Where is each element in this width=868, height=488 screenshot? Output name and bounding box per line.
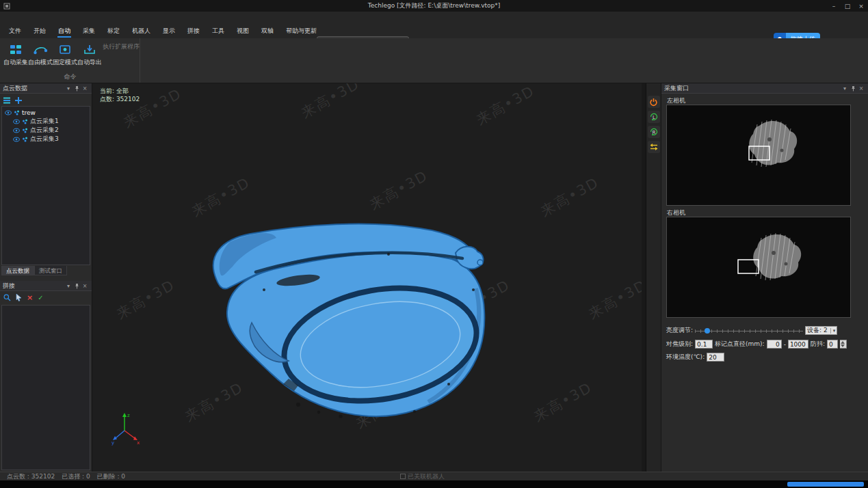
tab-tools[interactable]: 工具 [206,23,231,38]
tree-item-root[interactable]: trew [2,108,90,117]
svg-text:y: y [111,440,114,446]
antishake-input[interactable] [827,340,838,349]
swap-icon[interactable] [648,141,660,153]
tab-file[interactable]: 文件 [3,23,27,38]
tab-stitch[interactable]: 拼接 [181,23,206,38]
tab-test-window[interactable]: 测试窗口 [34,266,67,275]
progress-bar [787,482,864,487]
stitch-panel-header: 拼接 ▾ × [0,281,92,291]
status-points: 点云数 : 352102 [7,472,55,481]
marker-separator: - [784,341,786,348]
pointcloud-tree: trew 点云采集1 点云采集2 [1,106,90,265]
free-mode-button[interactable]: 自由模式 [29,42,52,67]
spinner-down-icon[interactable] [841,344,845,347]
pin-icon[interactable] [73,85,81,92]
spinner-up-icon[interactable] [841,341,845,344]
eye-icon[interactable] [5,110,12,116]
robot-checkbox[interactable] [400,474,406,479]
fixed-mode-button[interactable]: 固定模式 [53,42,77,67]
brightness-slider[interactable] [695,327,803,334]
viewport-3d[interactable]: 当前: 全部 点数: 352102 来高•3D 来高•3D 来高•3D 来高•3… [93,83,642,472]
tree-item-capture3[interactable]: 点云采集3 [2,135,90,144]
marker-min-input[interactable] [767,340,782,349]
tree-item-label: 点云采集3 [30,135,59,144]
pointcloud-icon [22,128,28,133]
antishake-stepper[interactable] [840,340,847,349]
auto-export-button[interactable]: 自动导出 [78,42,101,67]
tree-item-label: 点云采集2 [30,126,59,135]
close-icon[interactable]: × [81,283,89,289]
tree-item-capture1[interactable]: 点云采集1 [2,117,90,126]
close-icon[interactable]: × [81,85,89,92]
status-deleted: 已删除 : 0 [97,472,125,481]
brightness-slider-handle[interactable] [705,328,710,334]
pointcloud-toolbar [1,95,22,105]
eye-icon[interactable] [13,137,20,142]
robot-label: 已关联机器人 [408,472,445,481]
auto-export-label: 自动导出 [77,58,102,67]
stitch-panel-title: 拼接 [3,282,15,290]
left-camera-icon[interactable]: L [648,111,660,123]
zoom-icon[interactable] [3,294,11,301]
focus-input[interactable] [695,340,713,349]
tab-calibration[interactable]: 标定 [101,23,126,38]
left-panel-tabs: 点云数据 测试窗口 [1,266,67,275]
chevron-down-icon[interactable]: ▾ [841,85,849,92]
tab-start[interactable]: 开始 [27,23,52,38]
robot-link-toggle[interactable]: 已关联机器人 [400,472,445,481]
eye-icon[interactable] [13,119,20,124]
power-icon[interactable] [648,96,660,108]
tab-robot[interactable]: 机器人 [126,23,157,38]
tab-display[interactable]: 显示 [157,23,181,38]
fixed-mode-icon [57,44,73,56]
tab-help[interactable]: 帮助与更新 [280,23,323,38]
temperature-label: 环境温度(℃): [666,353,705,362]
brightness-row: 亮度调节: 设备: 2 ▾ [661,326,868,335]
tab-view[interactable]: 视图 [231,23,255,38]
temperature-row: 环境温度(℃): [661,353,868,362]
device-select[interactable]: 设备: 2 ▾ [805,326,837,335]
delete-icon[interactable]: × [27,295,33,301]
svg-text:L: L [653,115,655,120]
tab-capture[interactable]: 采集 [77,23,101,38]
minimize-button[interactable]: – [827,0,841,12]
focus-label: 对焦级别: [666,340,693,349]
cursor-icon[interactable] [16,294,22,301]
tree-item-capture2[interactable]: 点云采集2 [2,126,90,135]
viewport-points-label: 点数: 352102 [100,95,140,103]
auto-capture-button[interactable]: 自动采集 [4,42,27,67]
chevron-down-icon[interactable]: ▾ [64,283,73,289]
maximize-button[interactable]: □ [841,0,854,12]
title-bar: Techlego [文件路径: E:\桌面\trew\trew.vtop*] –… [0,0,868,12]
capture-panel-header: 采集窗口 ▾ × [661,83,868,94]
layers-icon[interactable] [3,97,11,104]
viewport-info: 当前: 全部 点数: 352102 [100,87,140,103]
ribbon: 自动采集 自由模式 固定模式 [0,38,868,83]
run-extension-button[interactable]: 执行扩展程序 [103,42,140,51]
app-window: Techlego [文件路径: E:\桌面\trew\trew.vtop*] –… [0,0,868,488]
tab-pointcloud-data[interactable]: 点云数据 [1,266,34,275]
close-button[interactable]: × [854,0,868,12]
chevron-down-icon: ▾ [830,328,836,334]
marker-max-input[interactable] [788,340,808,349]
auto-export-icon [82,44,97,56]
tab-dual-axis[interactable]: 双轴 [255,23,280,38]
tab-auto[interactable]: 自动 [52,23,77,38]
pointcloud-icon [14,110,20,116]
chevron-down-icon[interactable]: ▾ [64,85,73,92]
fixed-mode-label: 固定模式 [53,58,77,67]
right-camera-icon[interactable]: R [648,126,660,138]
close-icon[interactable]: × [857,85,865,92]
viewport-current-label: 当前: 全部 [100,87,140,95]
app-icon [3,3,10,10]
eye-icon[interactable] [13,128,20,133]
pin-icon[interactable] [849,85,857,92]
svg-text:z: z [127,413,130,418]
menu-tabs: 文件 开始 自动 采集 标定 机器人 显示 拼接 工具 视图 双轴 帮助与更新 [3,23,323,38]
temperature-input[interactable] [707,353,724,362]
axis-indicator: z x y [111,410,141,446]
add-icon[interactable] [15,97,22,104]
pin-icon[interactable] [73,283,81,289]
confirm-icon[interactable]: ✓ [38,295,43,301]
stitch-tree [1,305,90,470]
